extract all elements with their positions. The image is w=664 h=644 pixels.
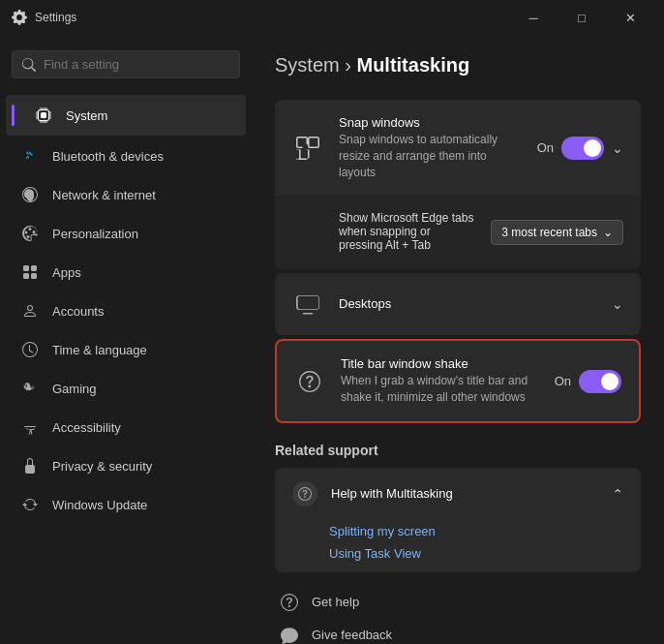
get-help-row[interactable]: Get help [279, 592, 641, 613]
accessibility-icon [21, 418, 39, 436]
snap-windows-title: Snap windows [339, 115, 522, 130]
snap-toggle-label: On [537, 140, 554, 155]
sidebar-item-time[interactable]: Time & language [6, 331, 246, 368]
title-bar-shake-icon [294, 366, 325, 397]
breadcrumb-parent: System [275, 54, 340, 76]
search-box[interactable] [12, 50, 240, 78]
sidebar-item-privacy[interactable]: Privacy & security [6, 447, 246, 484]
network-icon [21, 186, 39, 203]
edge-tabs-control: 3 most recent tabs ⌄ [491, 220, 623, 245]
edge-tabs-text: Show Microsoft Edge tabs when snapping o… [339, 211, 475, 254]
title-bar-shake-title: Title bar window shake [341, 356, 539, 371]
give-feedback-row[interactable]: Give feedback [279, 625, 641, 644]
sidebar-item-label: Windows Update [52, 498, 147, 512]
sidebar-item-label: Personalization [52, 227, 138, 241]
snap-windows-icon [292, 133, 323, 164]
sidebar-item-label: Bluetooth & devices [52, 149, 164, 164]
title-bar-shake-control: On [555, 370, 621, 393]
help-multitasking-header[interactable]: Help with Multitasking ⌄ [275, 468, 641, 520]
search-icon [22, 58, 36, 72]
title-bar-title: Settings [35, 11, 76, 24]
breadcrumb: System › Multitasking [275, 54, 641, 77]
toggle-thumb [601, 373, 619, 390]
snap-windows-row: Snap windows Snap windows to automatical… [275, 100, 641, 196]
title-bar-shake-desc: When I grab a window's title bar and sha… [341, 373, 539, 406]
task-view-link[interactable]: Using Task View [329, 546, 587, 561]
sidebar-item-bluetooth[interactable]: Bluetooth & devices [6, 138, 246, 174]
title-bar-shake-toggle[interactable] [579, 370, 621, 393]
sidebar-item-accessibility[interactable]: Accessibility [6, 409, 246, 445]
maximize-button[interactable]: □ [559, 4, 604, 31]
settings-icon [12, 10, 27, 25]
privacy-icon [21, 457, 39, 475]
desktops-chevron-icon: ⌄ [612, 296, 623, 312]
active-indicator [12, 105, 15, 126]
sidebar-item-label: Time & language [52, 343, 147, 357]
breadcrumb-separator: › [345, 54, 356, 76]
title-bar-shake-text: Title bar window shake When I grab a win… [341, 356, 539, 406]
desktops-card: Desktops ⌄ [275, 273, 641, 335]
edge-tabs-title: Show Microsoft Edge tabs when snapping o… [339, 211, 475, 252]
apps-icon [21, 263, 39, 281]
snap-windows-card: Snap windows Snap windows to automatical… [275, 100, 641, 269]
bottom-links: Get help Give feedback [275, 592, 641, 644]
update-icon [21, 496, 39, 513]
minimize-button[interactable]: ─ [511, 4, 556, 31]
content-area: System › Multitasking Snap windows Snap … [252, 35, 664, 644]
title-bar-shake-toggle-label: On [555, 374, 571, 388]
sidebar-item-update[interactable]: Windows Update [6, 486, 246, 523]
sidebar-item-label: System [66, 108, 107, 123]
desktops-text: Desktops [339, 296, 596, 313]
sidebar-item-label: Apps [52, 265, 81, 280]
gaming-icon [21, 380, 39, 397]
title-bar: Settings ─ □ ✕ [0, 0, 664, 35]
sidebar-item-personalization[interactable]: Personalization [6, 215, 246, 252]
search-input[interactable] [44, 57, 229, 72]
close-button[interactable]: ✕ [608, 4, 652, 31]
personalization-icon [21, 225, 39, 242]
bluetooth-icon [21, 147, 39, 165]
sidebar-item-label: Privacy & security [52, 459, 152, 474]
snap-windows-chevron-icon[interactable]: ⌄ [612, 140, 623, 156]
sidebar-item-label: Gaming [52, 382, 97, 396]
sidebar-item-system[interactable]: System [6, 95, 246, 136]
title-bar-left: Settings [12, 10, 76, 25]
sidebar-item-accounts[interactable]: Accounts [6, 292, 246, 329]
breadcrumb-current: Multitasking [356, 54, 469, 76]
time-icon [21, 341, 39, 358]
sidebar-item-apps[interactable]: Apps [6, 254, 246, 291]
sidebar-item-network[interactable]: Network & internet [6, 176, 246, 213]
dropdown-chevron-icon: ⌄ [603, 226, 613, 239]
app-body: System Bluetooth & devices Network & int… [0, 35, 664, 644]
edge-tabs-row: Show Microsoft Edge tabs when snapping o… [275, 196, 641, 269]
desktops-title: Desktops [339, 296, 596, 311]
get-help-icon [279, 592, 300, 613]
system-icon [35, 107, 52, 124]
edge-tabs-dropdown[interactable]: 3 most recent tabs ⌄ [491, 220, 623, 245]
sidebar-item-label: Accessibility [52, 420, 121, 435]
give-feedback-icon [279, 625, 300, 644]
give-feedback-label: Give feedback [312, 628, 392, 642]
help-multitasking-title: Help with Multitasking [331, 486, 598, 501]
title-bar-shake-card: Title bar window shake When I grab a win… [275, 339, 641, 423]
title-bar-shake-row: Title bar window shake When I grab a win… [277, 341, 639, 421]
dropdown-value: 3 most recent tabs [501, 226, 597, 239]
splitting-screen-link[interactable]: Splitting my screen [329, 524, 587, 538]
help-chevron-icon: ⌄ [612, 486, 623, 502]
related-support-title: Related support [275, 443, 641, 458]
snap-windows-control: On ⌄ [537, 137, 623, 160]
get-help-label: Get help [312, 595, 359, 609]
support-card: Help with Multitasking ⌄ Splitting my sc… [275, 468, 641, 572]
snap-windows-toggle[interactable] [561, 137, 604, 160]
sidebar-item-label: Accounts [52, 304, 104, 319]
sidebar-item-gaming[interactable]: Gaming [6, 370, 246, 407]
title-bar-controls: ─ □ ✕ [511, 4, 652, 31]
snap-windows-desc: Snap windows to automatically resize and… [339, 132, 522, 180]
desktops-row[interactable]: Desktops ⌄ [275, 273, 641, 335]
desktops-icon [292, 289, 323, 320]
accounts-icon [21, 302, 39, 320]
sidebar: System Bluetooth & devices Network & int… [0, 35, 252, 644]
support-links: Splitting my screen Using Task View [275, 520, 641, 572]
sidebar-item-label: Network & internet [52, 188, 156, 202]
snap-windows-text: Snap windows Snap windows to automatical… [339, 115, 522, 180]
